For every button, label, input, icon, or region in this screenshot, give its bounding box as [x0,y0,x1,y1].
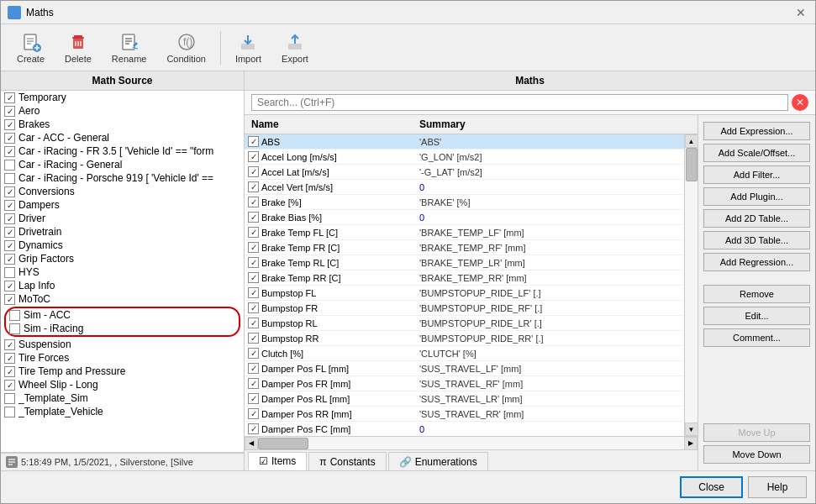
row-checkbox-9[interactable] [248,272,259,283]
table-row[interactable]: Damper Pos FL [mm]'SUS_TRAVEL_LF' [mm] [245,361,684,376]
table-row[interactable]: Accel Lat [m/s/s]'-G_LAT' [m/s2] [245,165,684,180]
checkbox-suspension[interactable] [4,339,15,350]
list-item-template-vehicle[interactable]: _Template_Vehicle [1,405,244,418]
checkbox-dynamics[interactable] [4,240,15,251]
create-button[interactable]: Create [8,28,54,68]
row-checkbox-5[interactable] [248,212,259,223]
remove-button[interactable]: Remove [703,285,810,303]
row-checkbox-7[interactable] [248,242,259,253]
list-item-driver[interactable]: Driver [1,212,244,225]
list-item-drivetrain[interactable]: Drivetrain [1,225,244,239]
checkbox-sim-acc[interactable] [9,310,20,321]
table-row[interactable]: Brake Bias [%]0 [245,210,684,225]
list-item-lap-info[interactable]: Lap Info [1,279,244,292]
row-checkbox-15[interactable] [248,363,259,374]
tab-constants[interactable]: πConstants [308,452,386,470]
checkbox-lap-info[interactable] [4,281,15,291]
checkbox-hys[interactable] [4,267,15,278]
checkbox-car-iracing-general[interactable] [4,160,15,171]
delete-button[interactable]: Delete [55,28,101,68]
list-item-grip-factors[interactable]: Grip Factors [1,252,244,265]
list-item-sim-acc[interactable]: Sim - ACC [6,308,239,322]
list-item-car-iracing-fr35[interactable]: Car - iRacing - FR 3.5 [ 'Vehicle Id' ==… [1,144,244,158]
move-up-button[interactable]: Move Up [703,423,810,442]
list-item-car-acc-general[interactable]: Car - ACC - General [1,131,244,144]
move-down-button[interactable]: Move Down [703,445,810,464]
row-checkbox-11[interactable] [248,302,259,313]
checkbox-tire-forces[interactable] [4,353,15,364]
table-row[interactable]: Clutch [%]'CLUTCH' [%] [245,346,684,361]
help-button[interactable]: Help [748,476,807,498]
row-checkbox-14[interactable] [248,348,259,359]
list-item-suspension[interactable]: Suspension [1,338,244,351]
search-clear-button[interactable]: ✕ [792,94,808,111]
list-item-brakes[interactable]: Brakes [1,118,244,131]
scroll-down-arrow[interactable]: ▼ [685,423,698,436]
scroll-right-arrow[interactable]: ▶ [684,437,698,450]
row-checkbox-0[interactable] [248,136,259,147]
export-button[interactable]: Export [272,28,318,68]
table-row[interactable]: Brake Temp RL [C]'BRAKE_TEMP_LR' [mm] [245,255,684,270]
checkbox-motc[interactable] [4,294,15,305]
row-checkbox-12[interactable] [248,318,259,328]
add-2d-table-button[interactable]: Add 2D Table... [703,209,810,228]
checkbox-dampers[interactable] [4,200,15,211]
row-checkbox-6[interactable] [248,227,259,238]
row-checkbox-19[interactable] [248,423,259,434]
scroll-up-arrow[interactable]: ▲ [685,134,698,148]
scroll-left-arrow[interactable]: ◀ [245,437,258,450]
checkbox-tire-temp-pressure[interactable] [4,366,15,377]
table-row[interactable]: Bumpstop RR'BUMPSTOPUP_RIDE_RR' [.] [245,331,684,346]
table-row[interactable]: Brake Temp RR [C]'BRAKE_TEMP_RR' [mm] [245,270,684,286]
tab-enumerations[interactable]: 🔗Enumerations [388,452,488,470]
add-regression-button[interactable]: Add Regression... [703,253,810,271]
list-item-template-sim[interactable]: _Template_Sim [1,391,244,405]
add-expression-button[interactable]: Add Expression... [703,122,810,140]
checkbox-car-iracing-fr35[interactable] [4,146,15,157]
checkbox-aero[interactable] [4,106,15,117]
close-window-button[interactable]: ✕ [793,5,808,20]
checkbox-car-iracing-porsche[interactable] [4,173,15,184]
list-item-dampers[interactable]: Dampers [1,198,244,212]
row-checkbox-18[interactable] [248,408,259,419]
checkbox-temporary[interactable] [4,92,15,103]
row-checkbox-4[interactable] [248,197,259,207]
table-row[interactable]: Accel Vert [m/s/s]0 [245,180,684,195]
list-item-sim-iracing[interactable]: Sim - iRacing [6,322,239,335]
table-row[interactable]: Damper Pos RR [mm]'SUS_TRAVEL_RR' [mm] [245,407,684,422]
checkbox-car-acc-general[interactable] [4,133,15,144]
close-button[interactable]: Close [680,476,743,498]
table-row[interactable]: Brake [%]'BRAKE' [%] [245,195,684,210]
checkbox-template-vehicle[interactable] [4,407,15,417]
list-item-temporary[interactable]: Temporary [1,91,244,104]
add-plugin-button[interactable]: Add Plugin... [703,187,810,206]
checkbox-brakes[interactable] [4,119,15,130]
checkbox-drivetrain[interactable] [4,227,15,238]
list-item-motc[interactable]: MoToC [1,292,244,306]
add-scale-offset-button[interactable]: Add Scale/Offset... [703,144,810,162]
list-item-wheel-slip-long[interactable]: Wheel Slip - Long [1,378,244,391]
tab-items[interactable]: ☑Items [248,452,307,470]
row-checkbox-1[interactable] [248,151,259,162]
table-row[interactable]: Brake Temp FR [C]'BRAKE_TEMP_RF' [mm] [245,240,684,255]
list-item-car-iracing-general[interactable]: Car - iRacing - General [1,158,244,171]
checkbox-conversions[interactable] [4,186,15,197]
checkbox-wheel-slip-long[interactable] [4,380,15,391]
row-checkbox-16[interactable] [248,378,259,389]
table-row[interactable]: Damper Pos RL [mm]'SUS_TRAVEL_LR' [mm] [245,391,684,407]
add-3d-table-button[interactable]: Add 3D Table... [703,231,810,249]
search-input[interactable] [251,94,788,111]
table-row[interactable]: Accel Long [m/s/s]'G_LON' [m/s2] [245,150,684,165]
edit-button[interactable]: Edit... [703,307,810,325]
row-checkbox-10[interactable] [248,287,259,298]
condition-button[interactable]: f() Condition [157,28,214,68]
table-row[interactable]: Bumpstop RL'BUMPSTOPUP_RIDE_LR' [.] [245,316,684,331]
list-item-tire-temp-pressure[interactable]: Tire Temp and Pressure [1,365,244,378]
list-item-aero[interactable]: Aero [1,104,244,118]
list-item-dynamics[interactable]: Dynamics [1,239,244,252]
checkbox-template-sim[interactable] [4,393,15,404]
table-row[interactable]: Damper Pos FR [mm]'SUS_TRAVEL_RF' [mm] [245,376,684,391]
scroll-thumb[interactable] [686,148,698,181]
checkbox-grip-factors[interactable] [4,254,15,265]
list-item-car-iracing-porsche[interactable]: Car - iRacing - Porsche 919 [ 'Vehicle I… [1,171,244,185]
